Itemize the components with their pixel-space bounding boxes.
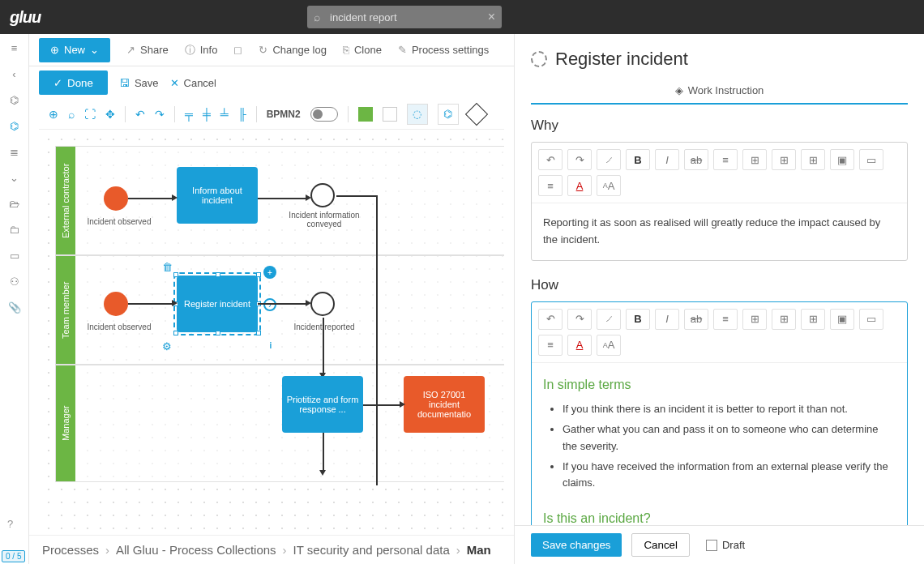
- end-event-reported[interactable]: [310, 292, 335, 316]
- redo-icon[interactable]: ↷: [567, 309, 592, 330]
- color-green[interactable]: [358, 107, 373, 122]
- grid2-icon[interactable]: ⊞: [801, 149, 825, 170]
- process-settings-button[interactable]: ✎Process settings: [398, 44, 489, 56]
- why-content[interactable]: Reporting it as soon as realised will gr…: [532, 203, 907, 260]
- grid-icon[interactable]: ⊞: [772, 149, 796, 170]
- clear-search-icon[interactable]: ×: [488, 10, 495, 24]
- zoom-in-icon[interactable]: ⊕: [49, 108, 58, 121]
- save-button[interactable]: 🖫Save: [119, 77, 159, 89]
- chevron-down-icon: ⌄: [90, 44, 99, 56]
- zoom-out-icon[interactable]: ⌕: [68, 108, 75, 121]
- diagram-icon[interactable]: ⌬: [7, 118, 22, 133]
- tasks-icon[interactable]: ▭: [7, 248, 22, 263]
- crumb-category[interactable]: IT security and personal data: [293, 543, 450, 557]
- start-event-2[interactable]: [104, 292, 128, 316]
- info-badge-icon[interactable]: i: [264, 339, 277, 352]
- clear-format-icon[interactable]: ⟋: [597, 309, 621, 330]
- clear-format-icon[interactable]: ⟋: [597, 149, 621, 170]
- font-color-icon[interactable]: A: [567, 335, 592, 356]
- strike-icon[interactable]: ab: [684, 149, 708, 170]
- bold-icon[interactable]: B: [626, 149, 650, 170]
- font-size-icon[interactable]: AA: [597, 335, 621, 356]
- video-icon[interactable]: ▭: [859, 309, 883, 330]
- bookmark-button[interactable]: ◻: [233, 44, 242, 56]
- user-icon[interactable]: ⚇: [7, 274, 22, 288]
- trash-icon[interactable]: 🗑: [162, 261, 173, 273]
- add-badge-icon[interactable]: +: [263, 266, 276, 279]
- undo-icon[interactable]: ↶: [538, 309, 563, 330]
- start-event-2-label: Incident observed: [83, 323, 155, 331]
- image-icon[interactable]: ▣: [830, 149, 854, 170]
- bold-icon[interactable]: B: [626, 309, 650, 330]
- task-prioritize[interactable]: Priotitize and form response ...: [282, 376, 363, 433]
- search-input[interactable]: [307, 6, 502, 28]
- redo-icon[interactable]: ↷: [567, 149, 592, 170]
- task-iso[interactable]: ISO 27001 incident documentatio: [404, 376, 485, 433]
- list-icon[interactable]: ≣: [7, 144, 22, 159]
- align-bottom-icon[interactable]: ╧: [220, 108, 229, 121]
- image-icon[interactable]: ▣: [830, 309, 854, 330]
- help-icon[interactable]: ?: [7, 518, 13, 530]
- table-icon[interactable]: ⊞: [742, 149, 767, 170]
- folder-icon[interactable]: 🗀: [7, 222, 22, 237]
- italic-icon[interactable]: I: [655, 149, 679, 170]
- strike-icon[interactable]: ab: [684, 309, 708, 330]
- next-badge-icon[interactable]: ›: [263, 298, 276, 311]
- share-button[interactable]: ↗Share: [126, 44, 169, 56]
- start-event-1[interactable]: [104, 186, 128, 211]
- align-middle-icon[interactable]: ╪: [203, 108, 211, 121]
- zoom-fit-icon[interactable]: ⛶: [84, 108, 96, 121]
- tool-task-icon[interactable]: ◌: [407, 104, 428, 125]
- cancel-button[interactable]: ✕Cancel: [170, 77, 216, 89]
- crumb-collections[interactable]: All Gluu - Process Collections: [116, 543, 276, 557]
- center-icon[interactable]: ✥: [105, 108, 115, 121]
- table-icon[interactable]: ⊞: [742, 309, 767, 330]
- clone-button[interactable]: ⎘Clone: [343, 44, 382, 56]
- save-changes-button[interactable]: Save changes: [531, 533, 622, 557]
- menu-icon[interactable]: ≡: [7, 41, 22, 55]
- crumb-processes[interactable]: Processes: [42, 543, 99, 557]
- bpmn-toggle[interactable]: [310, 107, 338, 122]
- list-icon[interactable]: ≡: [713, 149, 738, 170]
- video-icon[interactable]: ▭: [859, 149, 883, 170]
- redo-icon[interactable]: ↷: [155, 108, 165, 121]
- hierarchy-icon[interactable]: ⌬: [7, 92, 22, 107]
- attachment-icon[interactable]: 📎: [7, 300, 22, 314]
- panel-tab[interactable]: ◈ Work Instruction: [531, 79, 908, 105]
- how-editor[interactable]: ↶ ↷ ⟋ B I ab ≡ ⊞ ⊞ ⊞ ▣ ▭ ≡ A AA: [531, 301, 908, 525]
- start-event-1-label: Incident observed: [83, 217, 155, 226]
- font-size-icon[interactable]: AA: [597, 175, 621, 196]
- tool-lane-icon[interactable]: ⌬: [438, 104, 459, 125]
- tool-gateway-icon[interactable]: [465, 102, 488, 125]
- breadcrumb: Processes › All Gluu - Process Collectio…: [29, 535, 514, 564]
- diagram-canvas[interactable]: External contractor Team member Manager …: [39, 130, 504, 564]
- align-left-icon[interactable]: ╟: [238, 108, 246, 121]
- grid2-icon[interactable]: ⊞: [801, 309, 825, 330]
- grid-icon[interactable]: ⊞: [772, 309, 796, 330]
- undo-icon[interactable]: ↶: [538, 149, 563, 170]
- align-top-icon[interactable]: ╤: [185, 108, 193, 121]
- changelog-button[interactable]: ↻Change log: [259, 44, 327, 56]
- font-color-icon[interactable]: A: [567, 175, 592, 196]
- canvas-toolbar: ⊕ ⌕ ⛶ ✥ ↶ ↷ ╤ ╪ ╧ ╟ BPMN2 ◌ ⌬: [39, 99, 504, 130]
- end-event-info[interactable]: [310, 183, 335, 207]
- italic-icon[interactable]: I: [655, 309, 679, 330]
- how-content[interactable]: In simple terms If you think there is an…: [532, 363, 907, 525]
- color-white[interactable]: [383, 107, 397, 122]
- done-button[interactable]: ✓Done: [39, 70, 108, 95]
- draft-checkbox[interactable]: [706, 540, 717, 551]
- align-icon[interactable]: ≡: [538, 335, 563, 356]
- collapse-icon[interactable]: ‹: [7, 66, 22, 81]
- undo-icon[interactable]: ↶: [135, 108, 145, 121]
- why-editor[interactable]: ↶ ↷ ⟋ B I ab ≡ ⊞ ⊞ ⊞ ▣ ▭ ≡ A AA: [531, 142, 908, 261]
- panel-cancel-button[interactable]: Cancel: [631, 533, 690, 557]
- chevron-down-icon[interactable]: ⌄: [7, 170, 22, 185]
- list-icon[interactable]: ≡: [713, 309, 738, 330]
- task-register[interactable]: Register incident: [177, 276, 258, 332]
- new-button[interactable]: ⊕ New ⌄: [39, 38, 110, 62]
- align-icon[interactable]: ≡: [538, 175, 563, 196]
- task-inform[interactable]: Inform about incident: [177, 167, 258, 224]
- gear-icon[interactable]: ⚙: [162, 340, 172, 352]
- info-button[interactable]: ⓘInfo: [185, 43, 218, 58]
- folder-open-icon[interactable]: 🗁: [7, 196, 22, 211]
